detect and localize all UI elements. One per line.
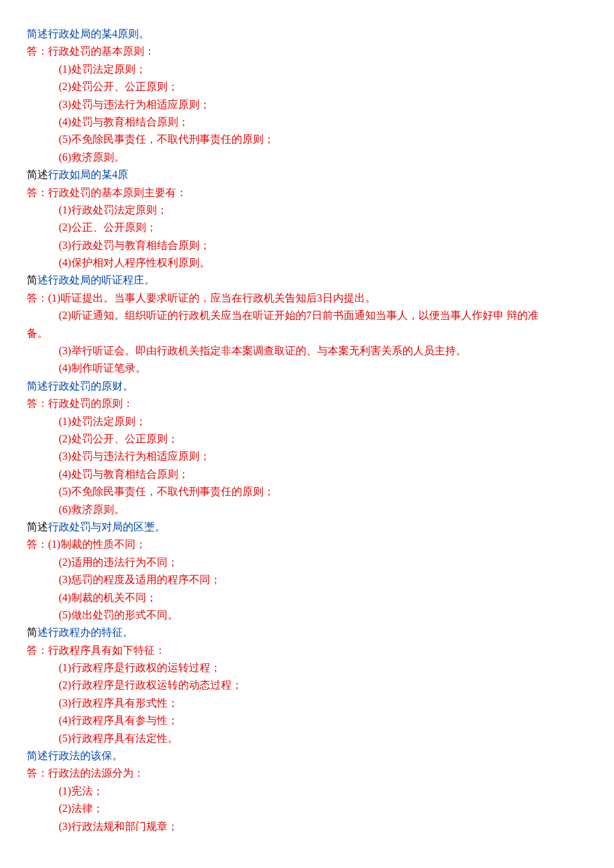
item-text: 做出处罚的形式不同。 bbox=[71, 609, 178, 620]
answer-item: (3)行政法规和部门规章； bbox=[27, 818, 587, 835]
answer-item: (4)行政程序具有参与性； bbox=[27, 712, 587, 729]
item-number: (3) bbox=[59, 697, 71, 709]
question-text: 简述行政处罚的原财。 bbox=[27, 380, 133, 392]
item-number: (2) bbox=[59, 81, 71, 92]
qa-section: 简述行政处局的听证程庄。答：(1)听证提出。当事人要求听证的，应当在行政机关告知… bbox=[27, 272, 587, 377]
item-text: 行政处罚与教育相结合原则； bbox=[71, 240, 210, 251]
item-text: 行政程序是行政权运转的动态过程； bbox=[71, 679, 242, 691]
item-number: (5) bbox=[59, 133, 71, 145]
item-text: 行政法规和部门规章； bbox=[71, 821, 178, 832]
item-number: (2) bbox=[59, 433, 71, 444]
question-text: 行政如局的某4原 bbox=[48, 169, 128, 180]
answer-item: (4)制裁的机关不同； bbox=[27, 589, 587, 606]
item-number: (2) bbox=[59, 310, 71, 321]
item-number: (2) bbox=[59, 803, 71, 814]
answer-item: (3)惩罚的程度及适用的程序不同； bbox=[27, 571, 587, 588]
answer-item: (2)法律； bbox=[27, 800, 587, 817]
item-number: (1) bbox=[59, 416, 71, 427]
answer-item: (3)行政程序具有形式性； bbox=[27, 695, 587, 712]
qa-section: 简述行政如局的某4原答：行政处罚的基本原则主要有：(1)行政处罚法定原则；(2)… bbox=[27, 166, 587, 272]
item-number: (2) bbox=[59, 222, 71, 233]
item-text: 处罚与教育相结合原则； bbox=[71, 468, 189, 480]
item-text: 听证通知。组织听证的行政机关应当在听证开始的7日前书面通知当事人，以便当事人作好… bbox=[71, 310, 539, 321]
answer-item: (4)制作听证笔录。 bbox=[27, 360, 587, 377]
item-text: 公正、公开原则； bbox=[71, 222, 157, 233]
item-text: 不免除民事责任，不取代刑事责任的原则； bbox=[71, 486, 274, 497]
item-number: (1) bbox=[59, 662, 71, 673]
item-text: 适用的违法行为不同； bbox=[71, 556, 178, 568]
item-number: (6) bbox=[59, 504, 71, 515]
item-number: (3) bbox=[59, 821, 71, 832]
question-line: 简述行政处局的某4原则。 bbox=[27, 25, 587, 43]
answer-item: (3)处罚与违法行为相适应原则； bbox=[27, 96, 587, 113]
answer-item: (5)不免除民事责任，不取代刑事责任的原则； bbox=[27, 131, 587, 148]
question-text: 简述行政法的该保。 bbox=[27, 750, 123, 761]
question-line: 简述行政如局的某4原 bbox=[27, 166, 587, 183]
item-text: 处罚公开、公正原则； bbox=[71, 433, 178, 444]
item-number: (1) bbox=[59, 63, 71, 75]
item-text: 处罚与违法行为相适应原则； bbox=[71, 99, 210, 110]
item-number: (3) bbox=[59, 450, 71, 462]
item-text: 处罚公开、公正原则； bbox=[71, 81, 178, 92]
qa-section: 简述行政处罚的原财。答：行政处罚的原则：(1)处罚法定原则；(2)处罚公开、公正… bbox=[27, 378, 587, 518]
answer-lead: 答：行政处罚的原则： bbox=[27, 395, 587, 412]
answer-item: (3)行政处罚与教育相结合原则； bbox=[27, 237, 587, 254]
answer-item: (4)处罚与教育相结合原则； bbox=[27, 113, 587, 131]
item-number: (1) bbox=[59, 785, 71, 797]
item-number: (6) bbox=[59, 151, 71, 163]
answer-item: (2)处罚公开、公正原则； bbox=[27, 78, 587, 95]
answer-item: (1)处罚法定原则； bbox=[27, 61, 587, 78]
answer-lead: 答：行政处罚的基本原则： bbox=[27, 43, 587, 60]
question-line: 简述行政处局的听证程庄。 bbox=[27, 272, 587, 289]
item-text: 行政程序具有参与性； bbox=[71, 715, 178, 726]
answer-item: (2)行政程序是行政权运转的动态过程； bbox=[27, 677, 587, 694]
item-text: 法律； bbox=[71, 803, 103, 814]
answer-item-continuation: 备。 bbox=[27, 325, 587, 342]
qa-section: 简述行政处局的某4原则。答：行政处罚的基本原则：(1)处罚法定原则；(2)处罚公… bbox=[27, 25, 587, 166]
question-prefix: 简 bbox=[27, 274, 37, 286]
item-text: 制作听证笔录。 bbox=[71, 362, 146, 374]
item-number: (3) bbox=[59, 99, 71, 110]
qa-section: 简述行政处罚与对局的区壍。答：(1)制裁的性质不同；(2)适用的违法行为不同；(… bbox=[27, 518, 587, 624]
item-number: (5) bbox=[59, 486, 71, 497]
item-text: 处罚与教育相结合原则； bbox=[71, 116, 189, 127]
question-prefix: 简述 bbox=[27, 521, 48, 532]
item-number: (4) bbox=[59, 116, 71, 127]
question-line: 简述行政程办的特征。 bbox=[27, 624, 587, 641]
item-number: (3) bbox=[59, 345, 71, 356]
item-text: 处罚法定原则； bbox=[71, 416, 146, 427]
answer-lead: 答：行政法的法源分为： bbox=[27, 765, 587, 782]
answer-item: (4)保护相对人程序性权利原则。 bbox=[27, 254, 587, 272]
answer-item: (1)宪法； bbox=[27, 783, 587, 800]
item-number: (1) bbox=[59, 204, 71, 215]
answer-item: (3)举行听证会。即由行政机关指定非本案调查取证的、与本案无利害关系的人员主持。 bbox=[27, 342, 587, 360]
item-text: 保护相对人程序性权利原则。 bbox=[71, 257, 210, 268]
item-number: (2) bbox=[59, 556, 71, 568]
item-text: 听证提出。当事人要求听证的，应当在行政机关告知后3日内提出。 bbox=[61, 292, 376, 304]
answer-item: (3)处罚与违法行为相适应原则； bbox=[27, 448, 587, 465]
item-number: (4) bbox=[59, 592, 71, 603]
answer-item: (2)公正、公开原则； bbox=[27, 219, 587, 236]
item-number: (3) bbox=[59, 240, 71, 251]
item-text: 制裁的性质不同； bbox=[61, 538, 146, 550]
qa-section: 简述行政法的该保。答：行政法的法源分为：(1)宪法；(2)法律；(3)行政法规和… bbox=[27, 747, 587, 835]
item-text: 行政程序具有形式性； bbox=[71, 697, 178, 709]
document-content: 简述行政处局的某4原则。答：行政处罚的基本原则：(1)处罚法定原则；(2)处罚公… bbox=[27, 25, 587, 835]
qa-section: 简述行政程办的特征。答：行政程序具有如下特征：(1)行政程序是行政权的运转过程；… bbox=[27, 624, 587, 747]
item-number: (1) bbox=[48, 292, 61, 304]
answer-item: (1)行政程序是行政权的运转过程； bbox=[27, 659, 587, 677]
question-text: 述行政处局的听证程庄。 bbox=[37, 274, 155, 286]
answer-item: (1)行政处罚法定原则； bbox=[27, 201, 587, 219]
item-text: 救济原则。 bbox=[71, 504, 125, 515]
item-text: 行政程序是行政权的运转过程； bbox=[71, 662, 221, 673]
item-number: (4) bbox=[59, 715, 71, 726]
answer-item: (2)处罚公开、公正原则； bbox=[27, 430, 587, 448]
question-line: 简述行政处罚与对局的区壍。 bbox=[27, 518, 587, 536]
answer-item: (5)行政程序具有法定性。 bbox=[27, 730, 587, 747]
question-line: 简述行政处罚的原财。 bbox=[27, 378, 587, 395]
answer-item: (2)适用的违法行为不同； bbox=[27, 554, 587, 571]
item-number: (3) bbox=[59, 574, 71, 585]
answer-item: (6)救济原则。 bbox=[27, 149, 587, 166]
item-text: 惩罚的程度及适用的程序不同； bbox=[71, 574, 221, 585]
item-number: (4) bbox=[59, 362, 71, 374]
